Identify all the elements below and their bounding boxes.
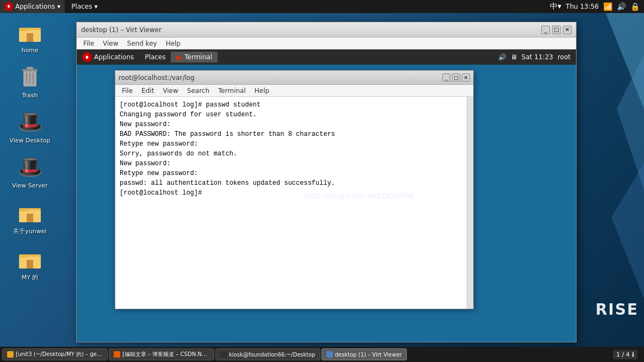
- inner-panel-left: ♦ Applications Places ▶ Terminal: [77, 49, 218, 65]
- virt-inner-desktop: ♦ Applications Places ▶ Terminal 🔊 🖥 Sat…: [77, 49, 576, 342]
- view-desktop-img: 🎩: [17, 109, 43, 135]
- term-help-menu[interactable]: Help: [250, 85, 274, 97]
- svg-rect-16: [19, 254, 29, 258]
- taskbar-virt-viewer[interactable]: desktop (1) – Virt Viewer: [321, 348, 407, 360]
- view-server-img: 🎩: [17, 154, 43, 180]
- page-indicator: 1 / 4 ℹ: [613, 350, 637, 359]
- terminal-scrollbar[interactable]: [467, 97, 473, 309]
- volume-icon[interactable]: 🔊: [617, 2, 626, 11]
- svg-rect-12: [19, 208, 29, 211]
- top-panel-left: ♦ Applications ▾ Places ▾: [0, 0, 102, 13]
- terminal-menubar: File Edit View Search Terminal Help: [115, 85, 473, 97]
- redhat-icon: ♦: [4, 2, 13, 11]
- term-view-menu[interactable]: View: [158, 85, 182, 97]
- rise-text: RISE: [596, 301, 639, 319]
- virt-viewer-title: desktop (1) – Virt Viewer: [81, 26, 162, 34]
- my-img: [17, 245, 43, 271]
- home-folder-icon: [17, 18, 43, 45]
- svg-rect-3: [27, 33, 33, 42]
- inner-redhat-icon: ♦: [82, 52, 92, 62]
- gedit-label: [unit3 (~/Desktop/MY 的) – gedit: [16, 351, 103, 358]
- home-label: home: [21, 47, 38, 54]
- inner-panel: ♦ Applications Places ▶ Terminal 🔊 🖥 Sat…: [77, 49, 576, 65]
- inner-places-label: Places: [145, 53, 165, 61]
- term-close-button[interactable]: ✕: [462, 73, 470, 82]
- my-icon[interactable]: MY 的: [5, 243, 54, 284]
- svg-rect-13: [27, 214, 33, 222]
- virt-viewer-titlebar[interactable]: desktop (1) – Virt Viewer _ □ ✕: [77, 22, 576, 38]
- page-number: 1 / 4: [616, 351, 630, 358]
- inner-panel-right: 🔊 🖥 Sat 11:23 root: [498, 53, 576, 61]
- input-method-icon[interactable]: 中▾: [550, 2, 561, 11]
- gedit-icon: [7, 351, 14, 358]
- trash-icon-desktop[interactable]: Trash: [5, 61, 54, 101]
- terminal-content[interactable]: [root@localhost log]# passwd studentChan…: [115, 97, 467, 309]
- virt-sendkey-menu[interactable]: Send key: [123, 38, 162, 49]
- desktop: ♦ Applications ▾ Places ▾ 中▾ Thu 13:56 📶…: [0, 0, 644, 362]
- virt-file-menu[interactable]: File: [79, 38, 98, 49]
- term-search-menu[interactable]: Search: [183, 85, 214, 97]
- taskbar: [unit3 (~/Desktop/MY 的) – gedit [编辑文章 – …: [0, 347, 644, 362]
- places-label: Places: [71, 3, 92, 10]
- about-yunwei-img: [17, 199, 43, 225]
- applications-label: Applications: [15, 3, 55, 10]
- virt-menubar: File View Send key Help: [77, 38, 576, 49]
- places-chevron: ▾: [95, 3, 98, 10]
- virt-view-menu[interactable]: View: [98, 38, 122, 49]
- terminal-title: root@localhost:/var/log: [119, 74, 195, 82]
- term-file-menu[interactable]: File: [117, 85, 137, 97]
- terminal-taskbar-icon: [220, 351, 227, 358]
- home-icon[interactable]: home: [5, 16, 54, 56]
- taskbar-terminal[interactable]: kiosk@foundation66:~/Desktop: [215, 348, 320, 360]
- virt-close-button[interactable]: ✕: [563, 26, 572, 34]
- wifi-icon[interactable]: 📶: [603, 2, 612, 11]
- svg-marker-19: [617, 54, 644, 190]
- terminal-titlebar[interactable]: root@localhost:/var/log _ □ ✕: [115, 71, 473, 85]
- term-minimize-button[interactable]: _: [442, 73, 450, 82]
- term-terminal-menu[interactable]: Terminal: [214, 85, 250, 97]
- desktop-icons: home Trash 🎩 View Desktop: [5, 16, 54, 284]
- apps-chevron: ▾: [57, 3, 60, 10]
- my-label: MY 的: [22, 273, 39, 282]
- page-info-icon[interactable]: ℹ: [632, 351, 634, 358]
- view-desktop-label: View Desktop: [10, 137, 51, 144]
- taskbar-firefox[interactable]: [编辑文章 – 博客频道 – CSDN.NE...: [109, 348, 214, 360]
- svg-rect-17: [27, 260, 33, 269]
- view-desktop-icon[interactable]: 🎩 View Desktop: [5, 107, 54, 146]
- taskbar-right: 1 / 4 ℹ: [613, 350, 642, 359]
- terminal-taskbar-label: kiosk@foundation66:~/Desktop: [229, 352, 315, 358]
- inner-display-icon[interactable]: 🖥: [511, 53, 517, 61]
- firefox-label: [编辑文章 – 博客频道 – CSDN.NE...: [122, 351, 209, 358]
- top-panel: ♦ Applications ▾ Places ▾ 中▾ Thu 13:56 📶…: [0, 0, 644, 13]
- trash-folder-icon: [17, 64, 43, 90]
- virt-viewer-controls: _ □ ✕: [541, 26, 572, 34]
- about-yunwei-icon[interactable]: 关于yunwei: [5, 197, 54, 238]
- virt-minimize-button[interactable]: _: [541, 26, 550, 34]
- svg-marker-18: [600, 0, 644, 109]
- inner-user: root: [558, 53, 571, 61]
- trash-label: Trash: [22, 92, 38, 99]
- virt-maximize-button[interactable]: □: [552, 26, 561, 34]
- inner-places-menu[interactable]: Places: [139, 49, 171, 65]
- virt-taskbar-icon: [326, 351, 333, 358]
- inner-terminal-tab[interactable]: ▶ Terminal: [171, 52, 218, 63]
- terminal-window: root@localhost:/var/log _ □ ✕ File Edit …: [115, 70, 474, 309]
- applications-menu[interactable]: ♦ Applications ▾: [0, 0, 65, 13]
- inner-volume-icon[interactable]: 🔊: [498, 53, 506, 61]
- term-maximize-button[interactable]: □: [452, 73, 460, 82]
- virt-help-menu[interactable]: Help: [162, 38, 185, 49]
- view-server-icon[interactable]: 🎩 View Server: [5, 152, 54, 191]
- clock: Thu 13:56: [566, 3, 599, 10]
- inner-time: Sat 11:23: [522, 53, 553, 61]
- view-server-label: View Server: [12, 182, 48, 189]
- lock-icon[interactable]: 🔒: [630, 2, 640, 11]
- inner-applications-menu[interactable]: ♦ Applications: [77, 49, 139, 65]
- virt-taskbar-label: desktop (1) – Virt Viewer: [335, 352, 402, 358]
- taskbar-gedit[interactable]: [unit3 (~/Desktop/MY 的) – gedit: [2, 348, 108, 360]
- term-edit-menu[interactable]: Edit: [137, 85, 158, 97]
- places-menu[interactable]: Places ▾: [67, 0, 102, 13]
- inner-terminal-label: Terminal: [184, 53, 212, 61]
- top-panel-right: 中▾ Thu 13:56 📶 🔊 🔒: [550, 2, 644, 11]
- virt-viewer-window: desktop (1) – Virt Viewer _ □ ✕ File Vie…: [76, 22, 577, 342]
- about-yunwei-label: 关于yunwei: [13, 227, 46, 235]
